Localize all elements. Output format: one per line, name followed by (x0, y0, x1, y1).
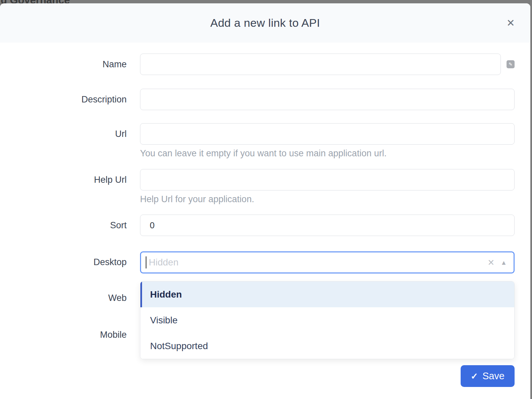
description-label: Description (0, 89, 127, 110)
url-input[interactable] (140, 123, 515, 145)
help-url-input[interactable] (140, 169, 515, 190)
help-url-helper-text: Help Url for your application. (140, 194, 515, 205)
description-input[interactable] (140, 89, 515, 110)
check-icon: ✓ (471, 372, 478, 381)
web-label: Web (0, 287, 127, 309)
caret-up-icon[interactable]: ▲ (501, 259, 507, 266)
clear-icon[interactable]: ✕ (487, 258, 494, 267)
text-cursor (146, 256, 146, 268)
dropdown-option-notsupported[interactable]: NotSupported (140, 333, 514, 359)
sort-input[interactable] (140, 215, 515, 236)
dropdown-option-visible[interactable]: Visible (140, 307, 514, 333)
modal-actions: ✓ Save (0, 365, 515, 387)
description-control (140, 89, 515, 110)
desktop-row: Desktop Hidden ✕ ▲ Hidden Visible NotSup… (0, 251, 515, 273)
sort-control (140, 215, 515, 236)
add-link-modal: Add a new link to API ✕ Name ✎ Descripti… (0, 3, 530, 399)
desktop-select-control: Hidden ✕ ▲ Hidden Visible NotSupported (140, 251, 515, 273)
desktop-label: Desktop (0, 251, 127, 273)
mobile-label: Mobile (0, 324, 127, 345)
help-url-control: Help Url for your application. (140, 169, 515, 205)
save-button[interactable]: ✓ Save (461, 365, 515, 387)
close-icon[interactable]: ✕ (505, 18, 517, 28)
dropdown-option-hidden[interactable]: Hidden (140, 282, 514, 307)
url-row: Url You can leave it empty if you want t… (0, 123, 515, 159)
sort-row: Sort (0, 215, 515, 236)
save-button-label: Save (482, 371, 505, 382)
modal-header: Add a new link to API ✕ (0, 3, 530, 43)
desktop-select-placeholder: Hidden (149, 257, 487, 268)
desktop-dropdown-list: Hidden Visible NotSupported (140, 281, 515, 359)
name-control: ✎ (140, 54, 515, 75)
modal-body: Name ✎ Description Url You can leave it … (0, 43, 530, 387)
url-label: Url (0, 123, 127, 145)
sort-label: Sort (0, 215, 127, 236)
pencil-icon[interactable]: ✎ (507, 60, 515, 68)
modal-title: Add a new link to API (210, 16, 320, 29)
url-helper-text: You can leave it empty if you want to us… (140, 148, 515, 159)
help-url-label: Help Url (0, 169, 127, 190)
name-row: Name ✎ (0, 54, 515, 75)
url-control: You can leave it empty if you want to us… (140, 123, 515, 159)
help-url-row: Help Url Help Url for your application. (0, 169, 515, 205)
name-input[interactable] (140, 54, 501, 75)
description-row: Description (0, 89, 515, 110)
desktop-select[interactable]: Hidden ✕ ▲ (140, 251, 515, 273)
name-label: Name (0, 54, 127, 75)
